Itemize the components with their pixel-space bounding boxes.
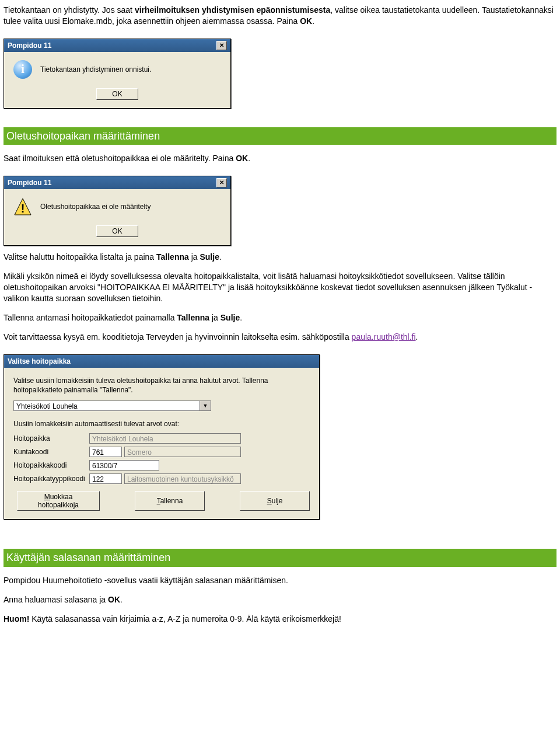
combobox-value: Yhteisökoti Louhela [13,400,200,411]
value-hoitopaikkakoodi[interactable]: 61300/7 [89,460,159,471]
text: Anna haluamasi salasana ja [4,595,108,604]
ok-button[interactable]: OK [96,225,138,237]
text: Tallenna antamasi hoitopaikkatiedot pain… [4,313,177,322]
intro-paragraph: Tietokantaan on yhdistytty. Jos saat vir… [4,5,556,27]
text: . [312,16,314,26]
label-hoitopaikka: Hoitopaikka [13,434,89,443]
edit-locations-button[interactable]: Muokkaa hoitopaikkoja [17,491,100,511]
dialog-message: Oletushoitopaikkaa ei ole määritelty [40,202,150,211]
location-combobox[interactable]: Yhteisökoti Louhela ▼ [13,400,310,411]
dialog-message: Tietokantaan yhdistyminen onnistui. [40,65,151,74]
label-hoitopaikkatyyppikoodi: Hoitopaikkatyyppikoodi [13,474,89,483]
value-hoitopaikkatyyppikoodi-name: Laitosmuotoinen kuntoutusyksikkö [124,473,241,484]
section-heading: Käyttäjän salasanan määrittäminen [4,549,556,566]
text: . [120,595,123,604]
paragraph: Voit tarvittaessa kysyä em. kooditietoja… [4,332,556,343]
dialog-title: Valitse hoitopaikka [8,357,71,366]
svg-text:!: ! [21,202,25,215]
text: Voit tarvittaessa kysyä em. kooditietoja… [4,332,352,342]
paragraph: Anna haluamasi salasana ja OK. [4,594,556,605]
text: ja [189,252,200,262]
text-strong: Huom! [4,614,29,623]
text: . [219,252,222,262]
section-heading: Oletushoitopaikan määrittäminen [4,127,556,145]
auto-values-label: Uusiin lomakkeisiin automaattisesti tule… [13,419,310,429]
close-button[interactable]: Sulje [240,491,310,511]
text: Tietokantaan on yhdistytty. Jos saat [4,5,135,15]
dialog-titlebar: Pompidou 11 ✕ [4,39,230,52]
text-strong: virheilmoituksen yhdistymisen epäonnistu… [135,5,330,15]
dialog-title: Pompidou 11 [8,178,51,187]
text: ja [209,313,220,322]
label-hoitopaikkakoodi: Hoitopaikkakoodi [13,461,89,470]
save-button[interactable]: Tallenna [135,491,205,511]
text-strong: OK [300,16,312,26]
dialog-titlebar: Valitse hoitopaikka [4,355,319,368]
paragraph: Pompidou Huumehoitotieto -sovellus vaati… [4,575,556,586]
text-strong: OK [236,154,248,163]
warning-icon: ! [13,197,32,216]
label-kuntakoodi: Kuntakoodi [13,447,89,457]
dialog-titlebar: Pompidou 11 ✕ [4,176,230,189]
dialog-title: Pompidou 11 [8,41,51,50]
paragraph: Mikäli yksikön nimeä ei löydy sovellukse… [4,271,556,304]
text: Valitse haluttu hoitopaikka listalta ja … [4,252,156,262]
value-hoitopaikka: Yhteisökoti Louhela [89,433,241,444]
text: Käytä salasanassa vain kirjaimia a-z, A-… [29,614,341,623]
text: . [240,313,242,322]
paragraph: Valitse haluttu hoitopaikka listalta ja … [4,252,556,263]
value-kuntakoodi-name: Somero [124,447,241,457]
dialog-select-location: Valitse hoitopaikka Valitse uusiin lomak… [4,354,320,520]
value-kuntakoodi[interactable]: 761 [89,447,122,457]
text-strong: Sulje [220,313,240,322]
value-hoitopaikkatyyppikoodi[interactable]: 122 [89,473,122,484]
ok-button[interactable]: OK [96,88,138,100]
dialog-info: Pompidou 11 ✕ Tietokantaan yhdistyminen … [4,39,231,109]
text-strong: Sulje [200,252,219,262]
text-strong: Tallenna [177,313,209,322]
text-strong: Tallenna [156,252,189,262]
text: Saat ilmoituksen että oletushoitopaikkaa… [4,154,236,163]
paragraph: Saat ilmoituksen että oletushoitopaikkaa… [4,153,556,164]
dialog-help-text: Valitse uusiin lomakkeisiin tuleva oletu… [13,376,310,395]
info-icon [13,60,32,79]
chevron-down-icon[interactable]: ▼ [200,400,211,411]
text-strong: OK [108,595,120,604]
text: . [416,332,418,342]
close-icon[interactable]: ✕ [216,178,227,187]
close-icon[interactable]: ✕ [216,41,227,50]
paragraph: Huom! Käytä salasanassa vain kirjaimia a… [4,614,556,625]
dialog-warning: Pompidou 11 ✕ ! Oletushoitopaikkaa ei ol… [4,176,231,246]
paragraph: Tallenna antamasi hoitopaikkatiedot pain… [4,312,556,323]
email-link[interactable]: paula.ruuth@thl.fi [352,332,416,342]
text: . [248,154,250,163]
